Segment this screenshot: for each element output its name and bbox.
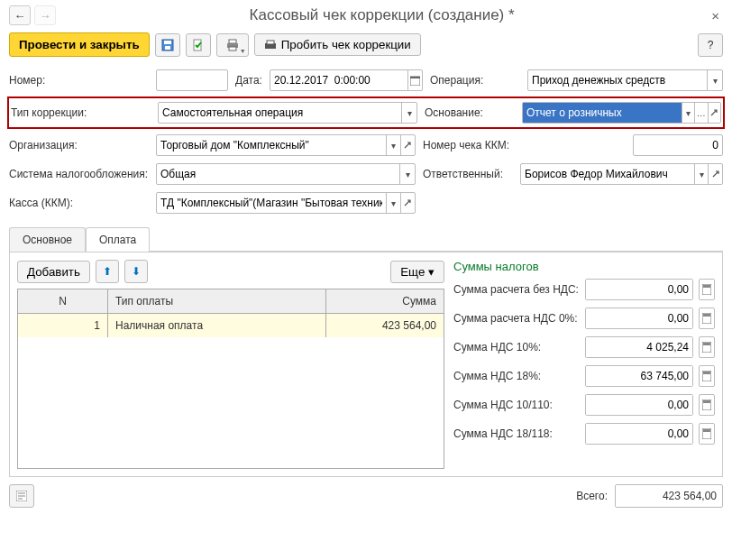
nav-back-button[interactable]: ← (9, 5, 31, 25)
punch-check-button[interactable]: Пробить чек коррекции (254, 33, 421, 56)
submit-close-button[interactable]: Провести и закрыть (9, 32, 150, 57)
add-row-button[interactable]: Добавить (17, 261, 90, 283)
basis-field[interactable]: ▾ … (522, 102, 721, 124)
dropdown-icon[interactable]: ▾ (386, 193, 400, 213)
resp-field[interactable]: ▾ (520, 163, 723, 185)
total-value: 423 564,00 (615, 484, 723, 508)
taxsys-label: Система налогообложения: (9, 168, 149, 180)
corrtype-field[interactable]: ▾ (158, 102, 417, 124)
svg-rect-18 (703, 372, 710, 374)
col-type-header[interactable]: Тип оплаты (108, 289, 326, 313)
nds18-118-label: Сумма НДС 18/118: (453, 427, 580, 440)
nds18-118-field[interactable] (585, 423, 693, 445)
floppy-icon (161, 39, 174, 51)
svg-rect-1 (164, 41, 171, 44)
calculator-icon[interactable] (699, 279, 715, 300)
svg-rect-6 (229, 47, 236, 50)
svg-rect-10 (410, 77, 420, 78)
calculator-icon[interactable] (699, 336, 715, 358)
org-label: Организация: (9, 139, 149, 151)
document-check-icon (192, 39, 205, 51)
nav-forward-button[interactable]: → (34, 5, 56, 25)
taxsys-field[interactable]: ▾ (156, 163, 416, 185)
calculator-icon[interactable] (699, 308, 715, 329)
kkm-num-label: Номер чека ККМ: (423, 139, 513, 151)
dropdown-icon[interactable]: ▾ (386, 135, 400, 155)
operation-field[interactable]: ▾ (527, 69, 723, 91)
window-title: Кассовый чек коррекции (создание) * (59, 6, 704, 24)
kkm-num-field[interactable] (633, 134, 723, 156)
svg-rect-14 (703, 314, 710, 317)
nds0-field[interactable] (585, 308, 693, 329)
open-icon[interactable] (708, 103, 721, 123)
total-label: Всего: (576, 490, 608, 502)
more-button[interactable]: Еще ▾ (390, 261, 444, 283)
post-button[interactable] (186, 33, 211, 57)
nds10-label: Сумма НДС 10%: (453, 341, 580, 353)
operation-label: Операция: (430, 74, 520, 87)
nds10-110-field[interactable] (585, 394, 693, 416)
tab-main[interactable]: Основное (9, 227, 86, 252)
save-button[interactable] (155, 33, 180, 57)
svg-rect-2 (165, 46, 170, 50)
tab-payment[interactable]: Оплата (86, 227, 150, 252)
open-icon[interactable] (400, 135, 415, 155)
svg-rect-22 (703, 429, 710, 432)
choose-icon[interactable]: … (694, 103, 708, 123)
dropdown-icon[interactable]: ▾ (707, 70, 722, 90)
date-label: Дата: (235, 74, 262, 87)
nds18-label: Сумма НДС 18%: (453, 370, 580, 382)
nds0-label: Сумма расчета НДС 0%: (453, 312, 580, 325)
calendar-icon[interactable] (407, 70, 422, 90)
calculator-icon[interactable] (699, 394, 715, 416)
calculator-icon[interactable] (699, 365, 715, 387)
org-field[interactable]: ▾ (156, 134, 416, 156)
help-button[interactable]: ? (698, 33, 723, 57)
no-nds-field[interactable] (585, 279, 693, 300)
kassa-label: Касса (ККМ): (9, 197, 149, 209)
no-nds-label: Сумма расчета без НДС: (453, 283, 580, 296)
move-down-button[interactable]: ⬇ (124, 260, 148, 283)
table-row[interactable]: 1 Наличная оплата 423 564,00 (18, 314, 444, 337)
col-n-header[interactable]: N (18, 289, 108, 313)
resp-label: Ответственный: (423, 168, 513, 180)
kassa-field[interactable]: ▾ (156, 192, 416, 214)
dropdown-icon[interactable]: ▾ (399, 164, 415, 184)
note-icon (16, 491, 27, 501)
svg-rect-4 (229, 40, 236, 43)
printer-icon (226, 39, 239, 51)
move-up-button[interactable]: ⬆ (96, 260, 119, 283)
taxes-title: Суммы налогов (453, 260, 715, 273)
number-field[interactable] (156, 69, 228, 91)
svg-rect-12 (703, 285, 710, 288)
footer-note-button[interactable] (9, 484, 34, 508)
svg-rect-16 (703, 343, 710, 345)
close-icon[interactable]: × (708, 8, 723, 23)
basis-label: Основание: (425, 106, 515, 119)
nds18-field[interactable] (585, 365, 693, 387)
nds10-field[interactable] (585, 336, 693, 358)
dropdown-icon[interactable]: ▾ (694, 164, 709, 184)
open-icon[interactable] (708, 164, 722, 184)
svg-rect-20 (703, 400, 710, 403)
dropdown-caret-icon: ▼ (240, 48, 246, 54)
open-icon[interactable] (400, 193, 415, 213)
payment-table: N Тип оплаты Сумма 1 Наличная оплата 423… (17, 289, 444, 469)
dropdown-icon[interactable]: ▾ (682, 103, 695, 123)
receipt-icon (264, 40, 277, 50)
svg-rect-8 (267, 41, 274, 44)
dropdown-icon[interactable]: ▾ (401, 103, 416, 123)
nds10-110-label: Сумма НДС 10/110: (453, 399, 580, 411)
corrtype-label: Тип коррекции: (11, 106, 151, 119)
print-button[interactable]: ▼ (216, 33, 249, 57)
date-field[interactable] (270, 69, 423, 91)
calculator-icon[interactable] (699, 423, 715, 445)
col-sum-header[interactable]: Сумма (326, 289, 444, 313)
number-label: Номер: (9, 74, 149, 87)
